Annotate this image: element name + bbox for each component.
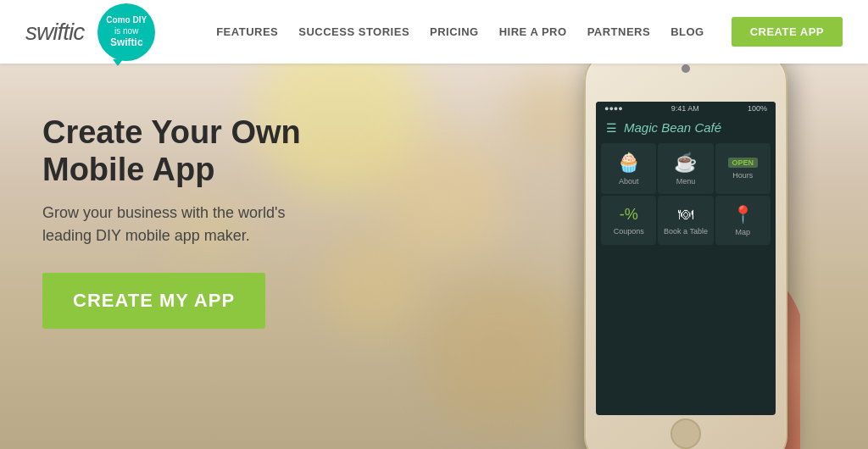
hero-section: Create Your Own Mobile App Grow your bus… [0, 64, 868, 449]
map-label: Map [736, 228, 751, 236]
menu-icon: ☕ [674, 152, 697, 174]
hamburger-icon: ☰ [606, 121, 617, 135]
app-title-bar: ☰ Magic Bean Café [596, 115, 776, 140]
about-label: About [619, 177, 639, 186]
phone-status-bar: ●●●● 9:41 AM 100% [596, 102, 776, 115]
table-icon: 🍽 [678, 206, 693, 224]
map-icon: 📍 [732, 204, 754, 224]
battery-icon: 100% [748, 104, 767, 113]
menu-label: Menu [676, 177, 696, 186]
nav-blog[interactable]: BLOG [670, 25, 704, 38]
nav-features[interactable]: FEATURES [216, 25, 278, 38]
header: swiftic Como DIY is now Swiftic FEATURES… [0, 0, 868, 64]
nav-success-stories[interactable]: SUCCESS STORIES [298, 25, 409, 38]
signal-icon: ●●●● [604, 104, 623, 113]
app-icon-grid: 🧁 About ☕ Menu OPEN Hours -% [596, 140, 776, 248]
promo-bubble: Como DIY is now Swiftic [97, 3, 155, 61]
nav-hire-a-pro[interactable]: HIRE A PRO [499, 25, 567, 38]
create-my-app-button[interactable]: CREATE MY APP [42, 273, 265, 329]
hero-content: Create Your Own Mobile App Grow your bus… [42, 114, 398, 329]
about-icon: 🧁 [617, 152, 640, 174]
phone-screen: ●●●● 9:41 AM 100% ☰ Magic Bean Café 🧁 Ab… [596, 102, 776, 415]
coupons-label: Coupons [614, 227, 644, 236]
app-title: Magic Bean Café [624, 120, 721, 135]
logo-area: swiftic Como DIY is now Swiftic [25, 3, 155, 61]
book-table-label: Book a Table [664, 227, 708, 236]
open-badge: OPEN [728, 158, 759, 168]
main-nav: FEATURES SUCCESS STORIES PRICING HIRE A … [189, 25, 731, 38]
hero-headline: Create Your Own Mobile App [42, 114, 398, 188]
hero-subtext: Grow your business with the world's lead… [42, 202, 398, 247]
coupons-icon: -% [620, 206, 638, 224]
phone-home-button [670, 419, 701, 449]
app-icon-book-table: 🍽 Book a Table [658, 196, 713, 245]
phone-device: ●●●● 9:41 AM 100% ☰ Magic Bean Café 🧁 Ab… [584, 64, 787, 449]
clock: 9:41 AM [671, 104, 699, 113]
nav-partners[interactable]: PARTNERS [587, 25, 651, 38]
app-icon-coupons: -% Coupons [601, 196, 656, 245]
phone-camera [682, 64, 690, 73]
app-icon-about: 🧁 About [601, 143, 656, 194]
create-app-button[interactable]: CREATE APP [732, 17, 843, 47]
phone-mockup: ●●●● 9:41 AM 100% ☰ Magic Bean Café 🧁 Ab… [571, 64, 800, 449]
app-icon-hours: OPEN Hours [715, 143, 771, 194]
nav-pricing[interactable]: PRICING [430, 25, 479, 38]
logo: swiftic [25, 19, 84, 46]
app-icon-map: 📍 Map [715, 196, 771, 245]
hours-label: Hours [732, 171, 753, 180]
app-icon-menu: ☕ Menu [658, 143, 713, 194]
